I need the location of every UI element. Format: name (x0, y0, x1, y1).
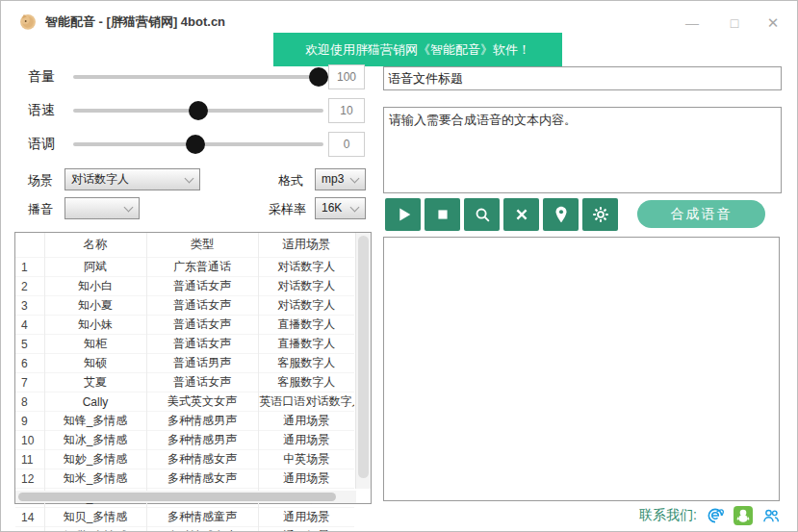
scene-label: 场景 (28, 172, 53, 190)
close-button[interactable]: ✕ (760, 13, 785, 34)
speech-text-input[interactable]: 请输入需要合成语音的文本内容。 (383, 107, 782, 193)
table-row[interactable]: 6知硕普通话男声客服数字人 (15, 354, 354, 373)
table-row[interactable]: 9知锋_多情感多种情感男声通用场景 (15, 412, 354, 431)
voice-table-container: 名称类型适用场景 1阿斌广东普通话对话数字人2知小白普通话女声对话数字人3知小夏… (14, 232, 372, 504)
pitch-slider-thumb[interactable] (186, 135, 205, 154)
table-row[interactable]: 8Cally美式英文女声英语口语对话数字人 (15, 393, 354, 412)
pitch-label: 语调 (28, 136, 55, 153)
speed-label: 语速 (28, 102, 55, 119)
qq-group-icon[interactable] (761, 506, 781, 525)
play-icon (393, 204, 414, 225)
table-row[interactable]: 4知小妹普通话女声直播数字人 (15, 316, 354, 335)
vertical-scrollbar-thumb[interactable] (358, 236, 369, 478)
location-icon (551, 204, 572, 225)
window-title: 智能配音 - [胖猫营销网] 4bot.cn (45, 13, 225, 31)
horizontal-scrollbar[interactable] (15, 491, 356, 503)
column-header[interactable]: 适用场景 (258, 233, 354, 258)
volume-slider-row: 音量 100 (1, 64, 376, 89)
column-header[interactable]: 类型 (146, 233, 258, 258)
maximize-button[interactable]: □ (722, 13, 747, 34)
ie-browser-icon[interactable] (706, 506, 725, 525)
pitch-value-box[interactable]: 0 (328, 132, 365, 157)
horizontal-scrollbar-thumb[interactable] (18, 493, 336, 501)
pitch-slider-row: 语调 0 (1, 132, 376, 157)
table-row[interactable]: 3知小夏普通话女声对话数字人 (15, 296, 354, 316)
pitch-slider[interactable] (73, 142, 323, 146)
chevron-down-icon (185, 174, 194, 184)
table-row[interactable]: 2知小白普通话女声对话数字人 (15, 277, 354, 296)
chevron-down-icon (350, 174, 360, 184)
footer: 联系我们: (639, 504, 781, 527)
table-row[interactable]: 15知甜_多情感多种情感女声通用场景 (15, 527, 354, 532)
output-panel[interactable] (383, 237, 780, 501)
volume-value-box[interactable]: 100 (328, 64, 365, 89)
qq-contact-icon[interactable] (734, 506, 753, 525)
close-icon (511, 204, 532, 225)
table-row[interactable]: 10知冰_多情感多种情感男声通用场景 (15, 431, 354, 450)
location-button[interactable] (543, 198, 579, 231)
stop-icon (432, 204, 453, 225)
clear-button[interactable] (503, 198, 539, 231)
app-window: 智能配音 - [胖猫营销网] 4bot.cn — □ ✕ 欢迎使用胖猫营销网《智… (0, 0, 798, 532)
voice-select[interactable] (64, 197, 140, 219)
voice-table: 名称类型适用场景 1阿斌广东普通话对话数字人2知小白普通话女声对话数字人3知小夏… (15, 233, 354, 532)
minimize-button[interactable]: — (680, 13, 705, 34)
table-row[interactable]: 11知妙_多情感多种情感女声中英场景 (15, 450, 354, 469)
gear-icon (590, 204, 611, 225)
chevron-down-icon (350, 203, 360, 213)
play-button[interactable] (385, 198, 421, 231)
speed-slider-row: 语速 10 (1, 98, 376, 123)
voice-table-head-row: 名称类型适用场景 (15, 233, 354, 258)
synthesize-button[interactable]: 合成语音 (637, 200, 765, 228)
stop-button[interactable] (425, 198, 460, 231)
voice-title-input[interactable] (383, 66, 782, 90)
speed-slider-thumb[interactable] (189, 101, 208, 120)
table-row[interactable]: 5知柜普通话女声直播数字人 (15, 335, 354, 354)
table-row[interactable]: 7艾夏普通话女声客服数字人 (15, 373, 354, 393)
search-icon (472, 204, 493, 225)
chevron-down-icon (124, 203, 134, 213)
search-button[interactable] (464, 198, 500, 231)
table-row[interactable]: 1阿斌广东普通话对话数字人 (15, 258, 354, 277)
format-label: 格式 (278, 172, 303, 190)
speed-value-box[interactable]: 10 (328, 98, 365, 123)
scene-select[interactable]: 对话数字人 (64, 168, 200, 190)
sample-rate-label: 采样率 (269, 201, 306, 218)
speed-slider[interactable] (73, 109, 323, 113)
column-header[interactable]: 名称 (44, 233, 146, 258)
welcome-banner: 欢迎使用胖猫营销网《智能配音》软件！ (273, 33, 562, 66)
app-icon (18, 12, 38, 31)
settings-button[interactable] (582, 198, 618, 231)
volume-label: 音量 (28, 68, 55, 86)
voice-label: 播音 (28, 201, 53, 218)
column-header[interactable] (15, 233, 44, 258)
table-row[interactable]: 14知贝_多情感多种情感童声通用场景 (15, 508, 354, 527)
table-row[interactable]: 12知米_多情感多种情感女声通用场景 (15, 469, 354, 489)
volume-slider-thumb[interactable] (309, 67, 328, 87)
vertical-scrollbar[interactable] (355, 233, 371, 489)
volume-slider[interactable] (73, 75, 323, 79)
contact-us-label: 联系我们: (639, 507, 697, 524)
format-select[interactable]: mp3 (315, 168, 366, 190)
sample-rate-select[interactable]: 16K (315, 197, 366, 219)
